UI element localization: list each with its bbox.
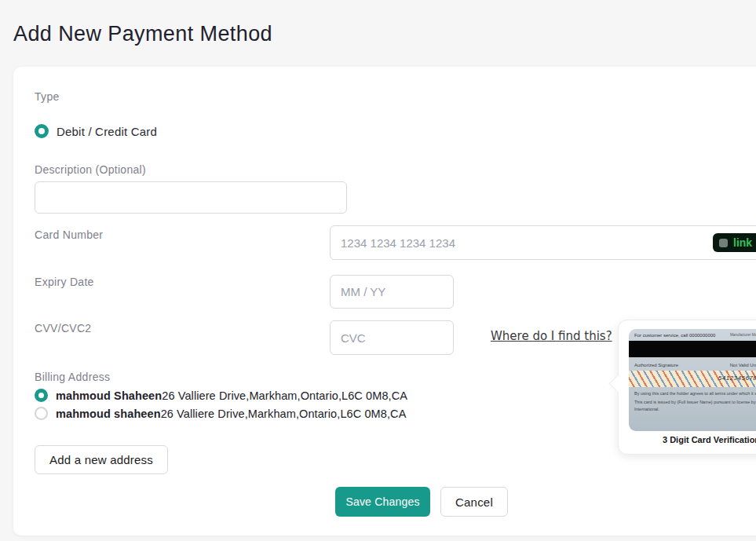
page-title: Add New Payment Method: [13, 22, 272, 46]
card-back-image: For customer service, call 0000000000 Ma…: [629, 329, 756, 431]
radio-selected-icon[interactable]: [35, 124, 49, 138]
tooltip-caption: 3 Digit Card Verification Number: [663, 435, 756, 444]
save-changes-button[interactable]: Save Changes: [335, 487, 430, 517]
expiry-date-input[interactable]: [330, 275, 454, 309]
billing-address-label: Billing Address: [35, 371, 110, 383]
address-detail: 26 Valliere Drive,Markham,Ontario,L6C 0M…: [162, 389, 407, 402]
card-number-field: link: [330, 225, 756, 260]
type-label: Type: [35, 90, 60, 103]
card-back-manufacturer-text: Manufacturer Manufacturer Line: [730, 333, 756, 337]
signature-strip: 5412345678ANO123: [629, 371, 756, 387]
cancel-button[interactable]: Cancel: [440, 487, 508, 517]
card-back-service-text: For customer service, call 0000000000: [634, 333, 715, 338]
card-back-terms-1: By using this card the holder agrees to …: [629, 389, 756, 398]
card-number-input[interactable]: [330, 225, 756, 260]
add-address-button[interactable]: Add a new address: [35, 445, 168, 474]
cvc-label: CVV/CVC2: [35, 322, 91, 334]
cvc-help-link[interactable]: Where do I find this?: [491, 329, 612, 343]
type-option-debit-credit[interactable]: Debit / Credit Card: [35, 124, 157, 138]
card-back-terms-2: This card is issued by (Full Issuer Name…: [629, 398, 756, 414]
address-name: mahmoud Shaheen: [56, 389, 162, 402]
magnetic-stripe: [629, 341, 756, 357]
cvc-input[interactable]: [330, 320, 454, 355]
address-name: mahmoud shaheen: [56, 408, 161, 420]
payment-form-panel: Type Debit / Credit Card Description (Op…: [13, 67, 756, 536]
card-number-label: Card Number: [35, 228, 103, 241]
card-back-not-valid-text: Not Valid Unless Signed: [730, 363, 756, 367]
signature-numbers: 5412345678ANO123: [718, 375, 756, 382]
link-badge-label: link: [733, 236, 752, 249]
radio-selected-icon[interactable]: [35, 389, 48, 402]
card-back-authorized-text: Authorized Signature: [634, 363, 678, 367]
radio-unselected-icon[interactable]: [35, 407, 48, 420]
description-label: Description (Optional): [35, 163, 146, 176]
link-pay-badge[interactable]: link: [713, 233, 756, 252]
type-option-label: Debit / Credit Card: [57, 125, 157, 138]
billing-address-option-2[interactable]: mahmoud shaheen26 Valliere Drive,Markham…: [35, 407, 406, 420]
address-detail: 26 Valliere Drive,Markham,Ontario,L6C 0M…: [161, 408, 407, 420]
expiry-date-label: Expiry Date: [35, 276, 94, 288]
link-icon: [719, 239, 728, 247]
tooltip-arrow: [608, 374, 627, 393]
billing-address-option-1[interactable]: mahmoud Shaheen26 Valliere Drive,Markham…: [35, 389, 407, 402]
cvc-help-tooltip: For customer service, call 0000000000 Ma…: [618, 320, 756, 455]
description-input[interactable]: [35, 181, 347, 214]
